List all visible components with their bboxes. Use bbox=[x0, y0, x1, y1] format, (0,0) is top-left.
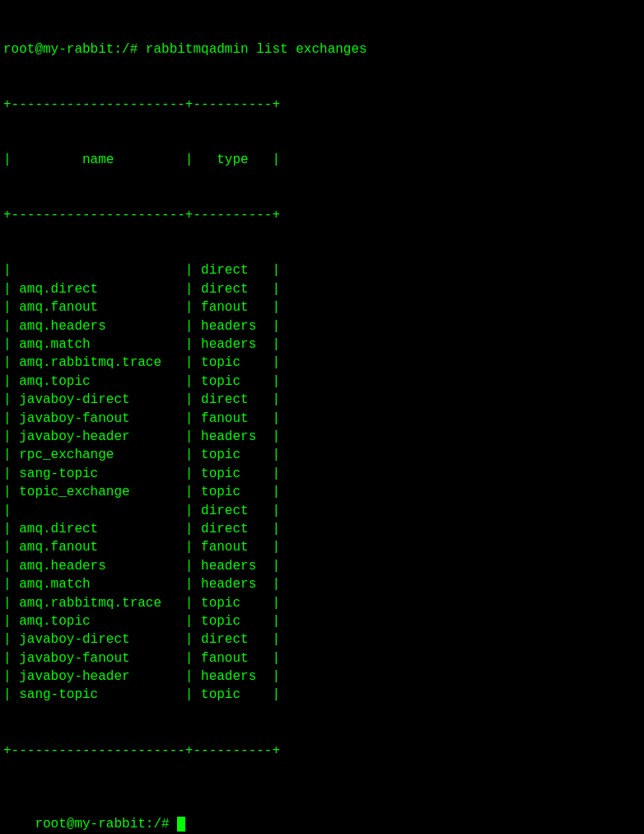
table-row: | amq.fanout | fanout | bbox=[3, 538, 641, 556]
table-row: | sang-topic | topic | bbox=[3, 686, 641, 704]
table-body: | | direct || amq.direct | direct || amq… bbox=[3, 261, 641, 704]
table-row: | amq.rabbitmq.trace | topic | bbox=[3, 354, 641, 372]
table-row: | amq.direct | direct | bbox=[3, 280, 641, 298]
prompt-text: root@my-rabbit:/# bbox=[35, 817, 177, 832]
table-row: | topic_exchange | topic | bbox=[3, 483, 641, 501]
table-row: | javaboy-fanout | fanout | bbox=[3, 410, 641, 428]
table-row: | amq.topic | topic | bbox=[3, 372, 641, 391]
table-row: | amq.rabbitmq.trace | topic | bbox=[3, 594, 641, 612]
final-prompt: root@my-rabbit:/# bbox=[3, 797, 641, 834]
command-line: root@my-rabbit:/# rabbitmqadmin list exc… bbox=[3, 40, 641, 59]
table-row: | amq.match | headers | bbox=[3, 335, 641, 354]
table-row: | javaboy-fanout | fanout | bbox=[3, 649, 641, 668]
table-row: | | direct | bbox=[3, 261, 641, 279]
cursor bbox=[177, 817, 185, 832]
table-row: | javaboy-header | headers | bbox=[3, 428, 641, 446]
table-row: | amq.direct | direct | bbox=[3, 520, 641, 538]
table-row: | rpc_exchange | topic | bbox=[3, 446, 641, 464]
table-row: | amq.topic | topic | bbox=[3, 612, 641, 630]
table-row: | amq.match | headers | bbox=[3, 575, 641, 593]
header-row: | name | type | bbox=[3, 151, 641, 169]
table-row: | javaboy-direct | direct | bbox=[3, 630, 641, 649]
table-row: | amq.headers | headers | bbox=[3, 557, 641, 575]
table-row: | javaboy-header | headers | bbox=[3, 668, 641, 686]
separator-bottom: +----------------------+----------+ bbox=[3, 742, 641, 760]
separator-top: +----------------------+----------+ bbox=[3, 96, 641, 114]
separator-mid: +----------------------+----------+ bbox=[3, 206, 641, 224]
table-row: | sang-topic | topic | bbox=[3, 465, 641, 483]
table-row: | amq.fanout | fanout | bbox=[3, 298, 641, 316]
terminal-window: root@my-rabbit:/# rabbitmqadmin list exc… bbox=[0, 3, 644, 834]
table-row: | javaboy-direct | direct | bbox=[3, 391, 641, 409]
table-row: | amq.headers | headers | bbox=[3, 317, 641, 335]
table-row: | | direct | bbox=[3, 502, 641, 520]
